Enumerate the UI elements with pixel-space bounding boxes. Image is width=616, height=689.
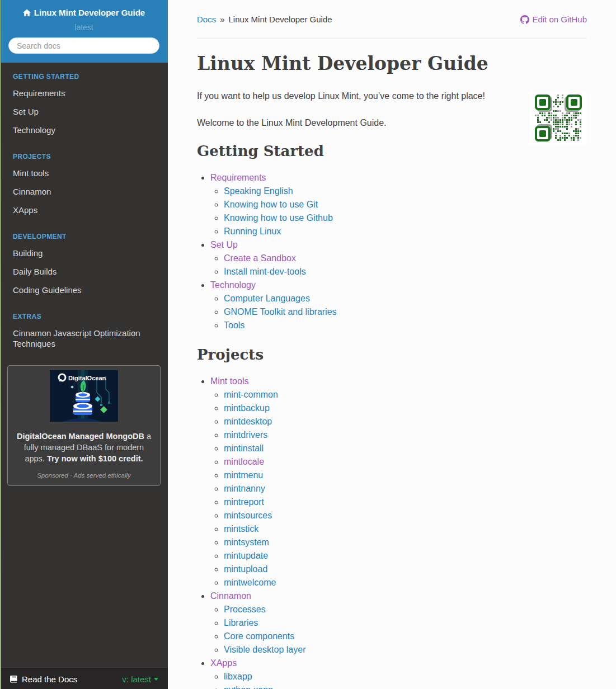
list-item: python-xapp: [224, 683, 587, 689]
doc-link[interactable]: Mint tools: [210, 376, 248, 386]
sidebar-item[interactable]: Mint tools: [0, 164, 168, 182]
sidebar-item[interactable]: Daily Builds: [0, 262, 168, 281]
list-item: Libraries: [224, 616, 587, 630]
doc-link[interactable]: mintsystem: [224, 537, 269, 547]
qr-code-image: [530, 91, 587, 145]
project-title: Linux Mint Developer Guide: [34, 8, 145, 17]
doc-link[interactable]: GNOME Toolkit and libraries: [224, 307, 337, 317]
breadcrumb-separator: »: [220, 15, 224, 24]
sidebar-item[interactable]: Technology: [0, 121, 168, 139]
sidebar-section-caption: PROJECTS: [0, 153, 168, 161]
intro-paragraph-2: Welcome to the Linux Mint Development Gu…: [197, 116, 587, 130]
sidebar-section-caption: DEVELOPMENT: [0, 233, 168, 240]
list-item: XAppslibxapppython-xapp: [210, 657, 587, 689]
doc-link[interactable]: mintnanny: [224, 484, 265, 493]
doc-link[interactable]: Requirements: [210, 173, 266, 182]
doc-link[interactable]: mintinstall: [224, 443, 264, 453]
section-heading-getting-started: Getting Started: [197, 143, 587, 160]
window-edge-strip: [0, 0, 1, 689]
list-item: mintreport: [224, 495, 587, 509]
doc-link[interactable]: mintdrivers: [224, 430, 267, 440]
list-item: Speaking English: [224, 185, 587, 198]
list-item: Running Linux: [224, 225, 587, 238]
section-heading-projects: Projects: [197, 347, 587, 364]
readthedocs-footer: Read the Docs v: latest: [0, 668, 168, 689]
sidebar-item[interactable]: Building: [0, 244, 168, 262]
doc-link[interactable]: mint-common: [224, 390, 278, 399]
list-item: mintlocale: [224, 455, 587, 469]
sidebar-item[interactable]: Cinnamon: [0, 182, 168, 201]
page: Linux Mint Developer Guide latest GETTIN…: [0, 0, 616, 689]
search-input[interactable]: [8, 37, 159, 54]
doc-link[interactable]: Technology: [210, 280, 256, 290]
doc-link[interactable]: Core components: [224, 631, 294, 641]
ad-text: DigitalOcean Managed MongoDB a fully man…: [13, 431, 154, 464]
doc-link[interactable]: mintwelcome: [224, 578, 276, 587]
doc-link[interactable]: python-xapp: [224, 685, 273, 689]
doc-link[interactable]: XApps: [210, 658, 237, 668]
sidebar-section-caption: EXTRAS: [0, 313, 168, 320]
list-item: CinnamonProcessesLibrariesCore component…: [210, 589, 587, 657]
list-item: mintdrivers: [224, 428, 587, 442]
list-item: TechnologyComputer LanguagesGNOME Toolki…: [210, 279, 587, 332]
list-item: Knowing how to use Github: [224, 211, 587, 225]
doc-link[interactable]: Running Linux: [224, 226, 281, 236]
breadcrumb-docs-link[interactable]: Docs: [197, 15, 216, 24]
home-icon: [23, 9, 31, 16]
doc-link[interactable]: mintstick: [224, 524, 258, 534]
list-item: Visible desktop layer: [224, 643, 587, 657]
sidebar-item[interactable]: Requirements: [0, 84, 168, 102]
doc-link[interactable]: Tools: [224, 320, 244, 330]
doc-link[interactable]: Knowing how to use Github: [224, 213, 333, 223]
list-item: mintsystem: [224, 536, 587, 549]
sidebar-item[interactable]: XApps: [0, 201, 168, 219]
main-content: Docs»Linux Mint Developer Guide Edit on …: [168, 0, 616, 689]
doc-link[interactable]: Install mint-dev-tools: [224, 267, 306, 276]
list-item: mintdesktop: [224, 415, 587, 428]
doc-link[interactable]: Visible desktop layer: [224, 645, 305, 654]
ad-cta: Try now with $100 credit.: [47, 454, 143, 463]
doc-link[interactable]: Computer Languages: [224, 294, 310, 303]
list-item: Set UpCreate a SandboxInstall mint-dev-t…: [210, 238, 587, 279]
doc-link[interactable]: Processes: [224, 605, 266, 614]
doc-link[interactable]: mintbackup: [224, 403, 270, 413]
doc-link[interactable]: Create a Sandbox: [224, 253, 296, 263]
doc-link[interactable]: mintsources: [224, 511, 272, 520]
sidebar-item[interactable]: Set Up: [0, 102, 168, 121]
list-item: mintstick: [224, 522, 587, 536]
sidebar-item[interactable]: Cinnamon Javascript Optimization Techniq…: [0, 324, 168, 353]
readthedocs-brand[interactable]: Read the Docs: [10, 674, 77, 684]
sidebar-header: Linux Mint Developer Guide latest: [0, 0, 168, 63]
version-switcher-label: v: latest: [122, 674, 151, 684]
edit-on-github-link[interactable]: Edit on GitHub: [520, 15, 587, 24]
project-home-link[interactable]: Linux Mint Developer Guide: [23, 8, 145, 17]
list-item: mintsources: [224, 509, 587, 522]
doc-link[interactable]: mintmenu: [224, 470, 263, 480]
list-item: mintupdate: [224, 549, 587, 563]
doc-link[interactable]: Set Up: [210, 240, 238, 249]
getting-started-list: RequirementsSpeaking EnglishKnowing how …: [197, 171, 587, 332]
doc-link[interactable]: mintupload: [224, 564, 267, 574]
doc-link[interactable]: mintupdate: [224, 551, 268, 560]
doc-link[interactable]: mintreport: [224, 497, 264, 507]
digitalocean-ad-image: DigitalOcean: [50, 370, 118, 422]
ethical-ad[interactable]: DigitalOcean: [7, 365, 161, 486]
list-item: mintupload: [224, 563, 587, 576]
doc-link[interactable]: libxapp: [224, 672, 252, 681]
list-item: Create a Sandbox: [224, 252, 587, 265]
list-item: libxapp: [224, 670, 587, 683]
doc-link[interactable]: Speaking English: [224, 186, 293, 196]
ad-sponsored-note: Sponsored · Ads served ethically: [13, 472, 154, 479]
svg-text:DigitalOcean: DigitalOcean: [68, 375, 106, 381]
sidebar-item[interactable]: Coding Guidelines: [0, 281, 168, 299]
doc-link[interactable]: Libraries: [224, 618, 258, 627]
version-switcher[interactable]: v: latest: [122, 674, 158, 684]
doc-link[interactable]: mintlocale: [224, 457, 264, 466]
list-item: Mint toolsmint-commonmintbackupmintdeskt…: [210, 375, 587, 589]
sidebar-section-caption: GETTING STARTED: [0, 73, 168, 81]
doc-link[interactable]: Knowing how to use Git: [224, 200, 318, 209]
doc-link[interactable]: Cinnamon: [210, 591, 251, 601]
doc-link[interactable]: mintdesktop: [224, 417, 272, 426]
list-item: RequirementsSpeaking EnglishKnowing how …: [210, 171, 587, 238]
list-item: GNOME Toolkit and libraries: [224, 305, 587, 319]
